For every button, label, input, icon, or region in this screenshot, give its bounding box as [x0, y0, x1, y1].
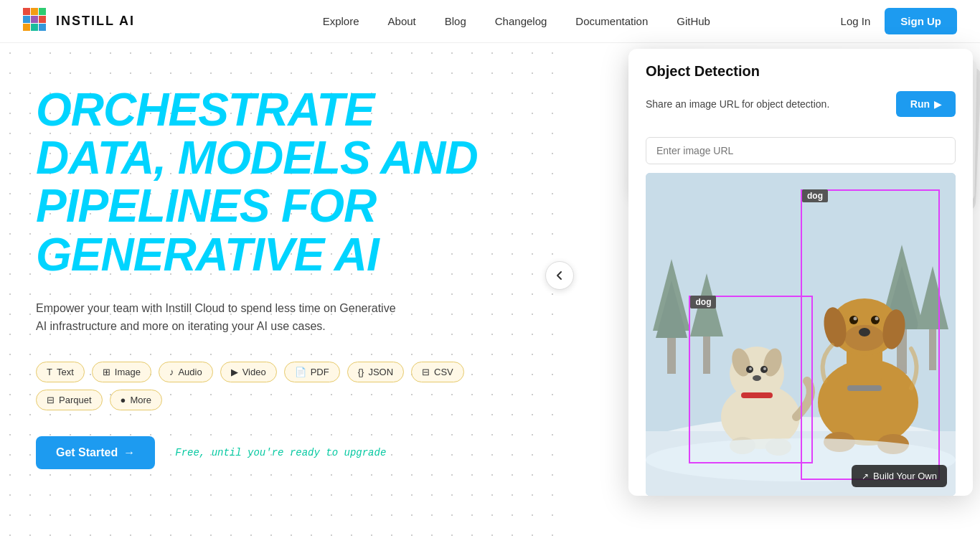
tag-text[interactable]: T Text	[36, 362, 85, 382]
object-detection-card: Object Detection Share an image URL for …	[628, 49, 973, 496]
tag-json-label: JSON	[368, 367, 393, 377]
text-icon: T	[47, 367, 52, 377]
login-link[interactable]: Log In	[841, 15, 871, 27]
image-url-input[interactable]	[646, 137, 956, 164]
tag-pdf[interactable]: 📄 PDF	[284, 362, 340, 382]
prev-arrow-button[interactable]	[545, 261, 574, 290]
signup-button[interactable]: Sign Up	[885, 8, 957, 34]
tag-csv-label: CSV	[434, 367, 453, 377]
tag-more[interactable]: ● More	[110, 390, 162, 410]
logo[interactable]: INSTILL AI	[23, 8, 135, 35]
get-started-button[interactable]: Get Started →	[36, 436, 155, 469]
free-text: Free, until you're ready to upgrade	[175, 447, 386, 458]
nav-changelog[interactable]: Changelog	[495, 15, 547, 27]
tag-more-label: More	[130, 395, 151, 405]
hero-subtitle: Empower your team with Instill Cloud to …	[36, 299, 409, 336]
tag-list: T Text ⊞ Image ♪ Audio ▶ Video 📄 PDF {} …	[36, 362, 502, 410]
video-icon: ▶	[231, 367, 238, 377]
od-header: Object Detection Share an image URL for …	[628, 49, 973, 128]
tag-parquet[interactable]: ⊟ Parquet	[36, 390, 103, 410]
run-label: Run	[910, 98, 930, 110]
parquet-icon: ⊟	[47, 395, 55, 405]
navbar: INSTILL AI Explore About Blog Changelog …	[0, 0, 980, 43]
nav-github[interactable]: GitHub	[677, 15, 710, 27]
tag-image-label: Image	[115, 367, 141, 377]
svg-rect-7	[31, 24, 38, 31]
logo-icon	[23, 8, 50, 35]
svg-rect-5	[39, 16, 46, 23]
svg-rect-0	[23, 8, 30, 15]
tag-image[interactable]: ⊞ Image	[92, 362, 151, 382]
od-description: Share an image URL for object detection.	[646, 98, 829, 110]
tag-parquet-label: Parquet	[59, 395, 92, 405]
json-icon: {}	[358, 367, 364, 377]
hero-section: ORCHESTRATE DATA, MODELS AND PIPELINES F…	[0, 43, 502, 469]
detection-box-dog-1: dog	[689, 296, 813, 463]
svg-rect-3	[23, 16, 30, 23]
nav-actions: Log In Sign Up	[841, 8, 957, 34]
build-own-button[interactable]: ↗ Build Your Own	[852, 465, 947, 487]
run-icon: ▶	[934, 99, 941, 110]
external-link-icon: ↗	[862, 471, 869, 481]
od-top-row: Share an image URL for object detection.…	[646, 91, 956, 117]
hero-title: ORCHESTRATE DATA, MODELS AND PIPELINES F…	[36, 86, 502, 279]
svg-rect-8	[39, 24, 46, 31]
tag-json[interactable]: {} JSON	[347, 362, 404, 382]
nav-blog[interactable]: Blog	[445, 15, 466, 27]
pdf-icon: 📄	[295, 367, 306, 377]
logo-text: INSTILL AI	[56, 14, 135, 29]
run-button[interactable]: Run ▶	[896, 91, 956, 117]
svg-rect-2	[39, 8, 46, 15]
more-icon: ●	[121, 395, 126, 405]
tag-video-label: Video	[242, 367, 266, 377]
nav-links: Explore About Blog Changelog Documentati…	[192, 15, 841, 27]
tag-audio-label: Audio	[178, 367, 202, 377]
tag-video[interactable]: ▶ Video	[220, 362, 277, 382]
od-title: Object Detection	[646, 63, 956, 80]
tag-text-label: Text	[57, 367, 74, 377]
svg-rect-4	[31, 16, 38, 23]
detection-box-dog-2: dog	[801, 189, 940, 480]
chevron-left-icon	[554, 270, 565, 281]
tag-pdf-label: PDF	[311, 367, 329, 377]
tag-csv[interactable]: ⊟ CSV	[411, 362, 464, 382]
nav-explore[interactable]: Explore	[323, 15, 359, 27]
csv-icon: ⊟	[422, 367, 430, 377]
get-started-arrow: →	[123, 446, 135, 459]
od-image-area: dog dog ↗ Build Your Own	[646, 173, 956, 496]
svg-rect-1	[31, 8, 38, 15]
build-own-label: Build Your Own	[873, 471, 937, 481]
detection-label-dog-2: dog	[802, 189, 828, 202]
detection-label-dog-1: dog	[690, 296, 716, 309]
cta-row: Get Started → Free, until you're ready t…	[36, 436, 502, 469]
tag-audio[interactable]: ♪ Audio	[159, 362, 213, 382]
get-started-label: Get Started	[56, 446, 118, 459]
image-icon: ⊞	[103, 367, 110, 377]
audio-icon: ♪	[169, 367, 174, 377]
nav-documentation[interactable]: Documentation	[575, 15, 648, 27]
nav-about[interactable]: About	[388, 15, 416, 27]
svg-rect-6	[23, 24, 30, 31]
